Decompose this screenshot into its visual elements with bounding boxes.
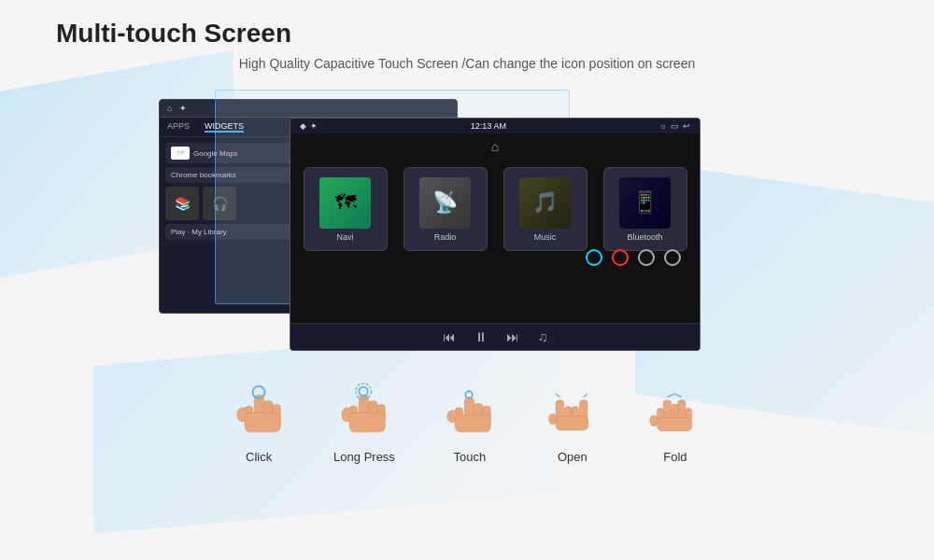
circle-red	[612, 249, 629, 266]
prev-icon[interactable]: ⏮	[443, 329, 456, 344]
header-left: ◆ ✦	[300, 121, 318, 131]
page-title: Multi-touch Screen	[56, 19, 878, 49]
svg-point-36	[650, 414, 658, 426]
svg-rect-35	[658, 417, 692, 430]
svg-line-28	[557, 394, 560, 397]
app-tile-music[interactable]: 🎵 Music	[503, 167, 587, 251]
music-note-icon[interactable]: ♫	[538, 329, 548, 344]
touch-gesture-icon	[442, 379, 498, 444]
thumb-books: 📚	[165, 187, 199, 220]
fold-label: Fold	[663, 450, 686, 464]
svg-rect-26	[557, 415, 589, 429]
svg-point-13	[360, 386, 368, 395]
map-icon: 🗺	[171, 147, 190, 160]
svg-rect-20	[456, 414, 491, 432]
click-label: Click	[246, 450, 272, 464]
gps-icon: ◆	[300, 121, 306, 131]
svg-point-27	[549, 413, 557, 425]
radio-icon: 📡	[419, 177, 471, 229]
music-icon: 🎵	[519, 177, 571, 229]
bluetooth-label: Bluetooth	[627, 232, 662, 242]
fold-gesture-icon	[647, 379, 703, 444]
app-tile-navi[interactable]: 🗺 Navi	[304, 167, 388, 251]
brightness-icon: ☼	[659, 121, 667, 131]
svg-line-37	[668, 394, 675, 397]
play-icon[interactable]: ⏸	[474, 329, 488, 344]
home-row: ⌂	[290, 133, 700, 156]
long-press-gesture-icon	[336, 379, 392, 444]
svg-rect-31	[678, 399, 686, 419]
gesture-long-press: Long Press	[333, 379, 395, 464]
app-tile-bluetooth[interactable]: 📱 Bluetooth	[603, 167, 687, 251]
home-icon: ⌂	[167, 104, 172, 113]
header-time: 12:13 AM	[471, 121, 506, 131]
svg-rect-30	[664, 399, 672, 419]
radio-label: Radio	[434, 232, 457, 242]
back-icon: ↩	[683, 121, 690, 131]
click-gesture-icon	[231, 379, 287, 444]
navi-icon: 🗺	[319, 177, 371, 229]
bt-icon: ✦	[310, 121, 318, 131]
header-right: ☼ ▭ ↩	[659, 121, 690, 131]
window-icon: ▭	[671, 121, 679, 131]
svg-line-29	[584, 394, 587, 397]
gesture-open: Open	[545, 379, 601, 464]
gesture-click: Click	[231, 379, 287, 464]
svg-rect-5	[245, 413, 280, 431]
front-screen: ◆ ✦ 12:13 AM ☼ ▭ ↩ ⌂ 🗺 Navi	[290, 118, 700, 351]
open-label: Open	[558, 450, 587, 464]
navi-label: Navi	[336, 232, 353, 242]
front-screen-header: ◆ ✦ 12:13 AM ☼ ▭ ↩	[290, 119, 700, 133]
music-label: Music	[534, 232, 557, 242]
gestures-section: Click Long Pr	[56, 379, 878, 464]
bt-icon: ✦	[179, 104, 187, 113]
next-icon[interactable]: ⏭	[506, 329, 519, 344]
open-gesture-icon	[545, 379, 601, 444]
circle-gray2	[664, 249, 681, 266]
bottom-controls: ⏮ ⏸ ⏭ ♫	[290, 323, 700, 350]
circle-cyan	[586, 249, 602, 266]
page-subtitle: High Quality Capacitive Touch Screen /Ca…	[56, 56, 878, 71]
circle-gray	[638, 249, 655, 266]
bluetooth-icon: 📱	[619, 177, 671, 229]
svg-line-38	[674, 394, 682, 397]
gesture-fold: Fold	[647, 379, 703, 464]
gesture-touch: Touch	[442, 379, 498, 464]
tab-apps[interactable]: APPS	[167, 121, 190, 133]
screens-container: ⌂ ✦ APPS WIDGETS 🗺 Google Maps Chrome bo…	[140, 90, 794, 370]
touch-label: Touch	[454, 450, 487, 464]
circle-indicators	[290, 249, 700, 266]
app-grid: 🗺 Navi 📡 Radio 🎵 Music 📱 Bluetooth	[290, 156, 700, 259]
home-icon: ⌂	[491, 139, 499, 154]
svg-rect-12	[350, 413, 386, 431]
app-tile-radio[interactable]: 📡 Radio	[403, 167, 488, 251]
long-press-label: Long Press	[333, 450, 395, 464]
